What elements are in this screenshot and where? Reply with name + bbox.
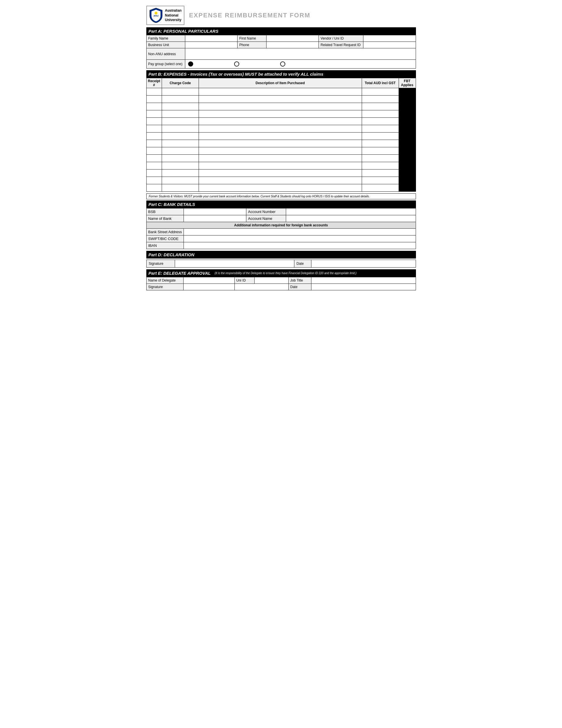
bank-street-input-cell[interactable] — [184, 229, 416, 235]
description-cell[interactable] — [199, 184, 362, 192]
vendor-uni-id-input-cell[interactable] — [363, 35, 416, 42]
fbt-checkbox-cell[interactable] — [399, 162, 416, 169]
signature-input-cell[interactable] — [175, 260, 294, 268]
delegate-date-input[interactable] — [311, 284, 416, 290]
charge-code-cell[interactable] — [162, 125, 199, 133]
description-cell[interactable] — [199, 88, 362, 96]
total-aud-cell[interactable] — [362, 184, 399, 192]
delegate-signature-input[interactable] — [183, 284, 235, 290]
total-aud-cell[interactable] — [362, 177, 399, 184]
receipt-num-cell[interactable] — [146, 140, 162, 147]
pay-group-option-2[interactable] — [234, 61, 241, 67]
fbt-checkbox-cell[interactable] — [399, 177, 416, 184]
receipt-num-cell[interactable] — [146, 184, 162, 192]
receipt-num-cell[interactable] — [146, 110, 162, 118]
fbt-checkbox-cell[interactable] — [399, 133, 416, 140]
total-aud-cell[interactable] — [362, 125, 399, 133]
family-name-input-cell[interactable] — [185, 35, 238, 42]
pay-group-option-1[interactable] — [188, 61, 194, 67]
receipt-num-cell[interactable] — [146, 169, 162, 177]
total-aud-cell[interactable] — [362, 118, 399, 125]
total-aud-cell[interactable] — [362, 162, 399, 169]
business-unit-input-cell[interactable] — [185, 42, 238, 48]
fbt-checkbox-cell[interactable] — [399, 169, 416, 177]
part-a-header: Part A: PERSONAL PARTICULARS — [146, 27, 416, 35]
total-aud-cell[interactable] — [362, 140, 399, 147]
total-aud-cell[interactable] — [362, 110, 399, 118]
description-cell[interactable] — [199, 118, 362, 125]
description-cell[interactable] — [199, 140, 362, 147]
fbt-checkbox-cell[interactable] — [399, 96, 416, 103]
fbt-checkbox-cell[interactable] — [399, 103, 416, 110]
total-aud-cell[interactable] — [362, 155, 399, 162]
fbt-checkbox-cell[interactable] — [399, 125, 416, 133]
non-anu-address-input-cell[interactable] — [185, 48, 416, 60]
total-aud-cell[interactable] — [362, 133, 399, 140]
charge-code-cell[interactable] — [162, 162, 199, 169]
description-cell[interactable] — [199, 96, 362, 103]
fbt-checkbox-cell[interactable] — [399, 155, 416, 162]
part-e-header: Part E: DELEGATE APPROVAL (It is the res… — [146, 269, 416, 277]
pay-group-option-3[interactable] — [280, 61, 286, 67]
related-travel-input-cell[interactable] — [363, 42, 416, 48]
receipt-num-cell[interactable] — [146, 125, 162, 133]
total-aud-cell[interactable] — [362, 103, 399, 110]
total-aud-cell[interactable] — [362, 169, 399, 177]
description-cell[interactable] — [199, 133, 362, 140]
charge-code-cell[interactable] — [162, 96, 199, 103]
description-cell[interactable] — [199, 155, 362, 162]
description-cell[interactable] — [199, 169, 362, 177]
charge-code-cell[interactable] — [162, 184, 199, 192]
fbt-checkbox-cell[interactable] — [399, 118, 416, 125]
charge-code-cell[interactable] — [162, 169, 199, 177]
fbt-checkbox-cell[interactable] — [399, 184, 416, 192]
receipt-num-cell[interactable] — [146, 155, 162, 162]
fbt-checkbox-cell[interactable] — [399, 88, 416, 96]
phone-input-cell[interactable] — [267, 42, 319, 48]
account-number-input-cell[interactable] — [286, 208, 416, 215]
receipt-num-cell[interactable] — [146, 133, 162, 140]
date-input-cell[interactable] — [311, 260, 416, 268]
name-of-bank-input-cell[interactable] — [184, 215, 246, 222]
first-name-input-cell[interactable] — [267, 35, 319, 42]
iban-input-cell[interactable] — [184, 242, 416, 249]
charge-code-cell[interactable] — [162, 133, 199, 140]
receipt-num-cell[interactable] — [146, 177, 162, 184]
anu-shield-icon: ANU — [149, 7, 163, 23]
receipt-num-cell[interactable] — [146, 103, 162, 110]
description-cell[interactable] — [199, 147, 362, 155]
name-of-delegate-input[interactable] — [183, 277, 235, 284]
receipt-num-cell[interactable] — [146, 96, 162, 103]
receipt-num-cell[interactable] — [146, 118, 162, 125]
receipt-num-cell[interactable] — [146, 147, 162, 155]
expense-row — [146, 96, 416, 103]
total-aud-cell[interactable] — [362, 88, 399, 96]
charge-code-cell[interactable] — [162, 110, 199, 118]
fbt-checkbox-cell[interactable] — [399, 147, 416, 155]
fbt-checkbox-cell[interactable] — [399, 110, 416, 118]
charge-code-cell[interactable] — [162, 103, 199, 110]
swift-bic-input-cell[interactable] — [184, 235, 416, 242]
charge-code-cell[interactable] — [162, 118, 199, 125]
description-cell[interactable] — [199, 103, 362, 110]
part-b-header: Part B: EXPENSES - Invoices (Tax or over… — [146, 70, 416, 78]
total-aud-cell[interactable] — [362, 147, 399, 155]
description-cell[interactable] — [199, 177, 362, 184]
receipt-num-cell[interactable] — [146, 88, 162, 96]
description-cell[interactable] — [199, 162, 362, 169]
description-cell[interactable] — [199, 125, 362, 133]
charge-code-cell[interactable] — [162, 155, 199, 162]
bsb-input-cell[interactable] — [184, 208, 246, 215]
description-cell[interactable] — [199, 110, 362, 118]
job-title-input[interactable] — [311, 277, 416, 284]
charge-code-cell[interactable] — [162, 88, 199, 96]
total-aud-cell[interactable] — [362, 96, 399, 103]
uni-id-input[interactable] — [254, 277, 288, 284]
charge-code-cell[interactable] — [162, 177, 199, 184]
receipt-num-cell[interactable] — [146, 162, 162, 169]
charge-code-cell[interactable] — [162, 140, 199, 147]
fbt-checkbox-cell[interactable] — [399, 140, 416, 147]
account-name-input-cell[interactable] — [286, 215, 416, 222]
charge-code-cell[interactable] — [162, 147, 199, 155]
svg-point-1 — [155, 12, 157, 15]
